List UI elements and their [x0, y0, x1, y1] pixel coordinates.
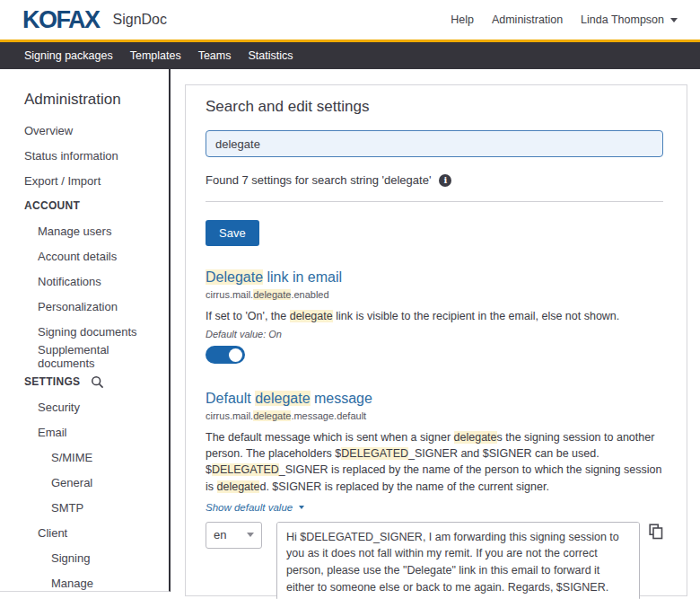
setting-key: cirrus.mail.delegate.enabled: [206, 289, 663, 300]
sidebar-title: Administration: [0, 91, 169, 109]
setting-default-delegate-message: Default delegate message cirrus.mail.del…: [206, 391, 663, 599]
kofax-logo: KOFAX: [22, 6, 100, 34]
chevron-down-icon: [299, 506, 304, 509]
sidebar-section-settings: SETTINGS: [0, 369, 169, 394]
delegate-link-toggle[interactable]: [206, 346, 245, 364]
page-title: Search and edit settings: [206, 98, 663, 116]
user-name: Linda Thompson: [581, 13, 664, 26]
user-menu[interactable]: Linda Thompson: [581, 13, 678, 26]
nav-signing-packages[interactable]: Signing packages: [24, 49, 113, 62]
sidebar-item-personalization[interactable]: Personalization: [0, 294, 169, 319]
sidebar-item-overview[interactable]: Overview: [0, 118, 169, 143]
save-button[interactable]: Save: [206, 220, 259, 246]
delegate-message-textarea[interactable]: Hi $DELEGATED_SIGNER, I am forwarding th…: [276, 522, 640, 599]
copy-icon: [649, 524, 663, 540]
sidebar-item-supplemental-documents[interactable]: Supplemental documents: [0, 344, 169, 369]
administration-link[interactable]: Administration: [492, 13, 563, 26]
app-header: KOFAX SignDoc Help Administration Linda …: [0, 0, 700, 42]
header-links: Help Administration Linda Thompson: [451, 13, 678, 26]
message-editor-row: en Hi $DELEGATED_SIGNER, I am forwarding…: [206, 522, 663, 599]
sidebar-item-client[interactable]: Client: [0, 520, 169, 545]
nav-teams[interactable]: Teams: [198, 49, 232, 62]
section-divider: [206, 201, 663, 202]
language-select[interactable]: en: [206, 522, 262, 549]
nav-templates[interactable]: Templates: [130, 49, 181, 62]
sidebar-item-smime[interactable]: S/MIME: [0, 445, 169, 470]
sidebar-item-notifications[interactable]: Notifications: [0, 269, 169, 294]
settings-panel: Search and edit settings Found 7 setting…: [185, 84, 687, 596]
page-body: Administration Overview Status informati…: [0, 69, 700, 596]
sidebar-item-signing[interactable]: Signing: [0, 545, 169, 570]
sidebar-item-email[interactable]: Email: [0, 419, 169, 445]
settings-search-input[interactable]: [206, 130, 663, 157]
sidebar-item-manage[interactable]: Manage: [0, 570, 169, 595]
nav-statistics[interactable]: Statistics: [249, 49, 293, 62]
setting-title[interactable]: Default delegate message: [206, 391, 663, 407]
setting-key: cirrus.mail.delegate.message.default: [206, 410, 663, 421]
setting-delegate-link-in-email: Delegate link in email cirrus.mail.deleg…: [206, 269, 663, 364]
search-icon[interactable]: [91, 375, 104, 389]
main-navbar: Signing packages Templates Teams Statist…: [0, 42, 700, 69]
chevron-down-icon: [670, 18, 678, 22]
show-default-value-link[interactable]: Show default value: [206, 502, 304, 513]
info-icon[interactable]: i: [439, 174, 451, 187]
sidebar-section-settings-label: SETTINGS: [24, 375, 80, 388]
setting-title[interactable]: Delegate link in email: [206, 269, 663, 286]
product-name: SignDoc: [113, 12, 167, 28]
chevron-down-icon: [247, 533, 254, 537]
help-link[interactable]: Help: [451, 13, 474, 26]
sidebar-section-account: ACCOUNT: [0, 193, 169, 218]
sidebar-item-security[interactable]: Security: [0, 394, 169, 419]
language-select-value: en: [214, 528, 226, 542]
setting-description: If set to 'On', the delegate link is vis…: [206, 308, 663, 324]
sidebar-item-signing-documents[interactable]: Signing documents: [0, 319, 169, 344]
sidebar-item-manage-users[interactable]: Manage users: [0, 218, 169, 243]
sidebar-item-account-details[interactable]: Account details: [0, 243, 169, 269]
setting-description: The default message which is sent when a…: [206, 429, 663, 495]
sidebar-item-export-import[interactable]: Export / Import: [0, 168, 169, 193]
sidebar-item-general[interactable]: General: [0, 470, 169, 495]
admin-sidebar: Administration Overview Status informati…: [0, 69, 171, 592]
default-value-label: Default value: On: [206, 329, 663, 339]
sidebar-item-smtp[interactable]: SMTP: [0, 495, 169, 520]
search-result-text: Found 7 settings for search string 'dele…: [206, 173, 431, 187]
sidebar-item-status-information[interactable]: Status information: [0, 143, 169, 168]
search-result-row: Found 7 settings for search string 'dele…: [206, 173, 663, 187]
toggle-knob: [229, 348, 242, 362]
show-default-value-label: Show default value: [206, 502, 293, 513]
copy-button[interactable]: [649, 524, 663, 540]
